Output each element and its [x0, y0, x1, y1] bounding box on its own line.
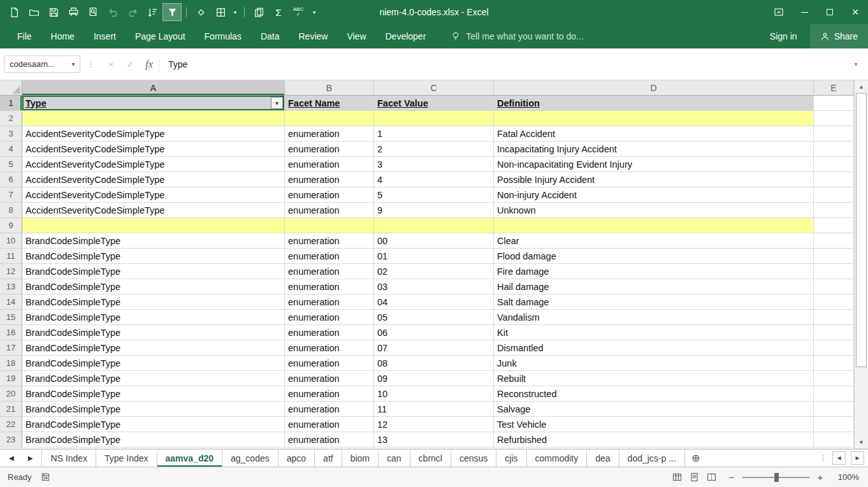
cell-C18[interactable]: 08	[374, 356, 494, 371]
cell-B15[interactable]: enumeration	[285, 310, 374, 325]
cell-B20[interactable]: enumeration	[285, 386, 374, 402]
enter-icon[interactable]: ✓	[120, 55, 140, 73]
cell-D6[interactable]: Possible Injury Accident	[494, 172, 814, 187]
cell-B14[interactable]: enumeration	[285, 294, 374, 310]
column-header-E[interactable]: E	[814, 80, 854, 95]
cell-D7[interactable]: Non-injury Accident	[494, 187, 814, 203]
save-icon[interactable]	[45, 4, 62, 20]
cell-B21[interactable]: enumeration	[285, 402, 374, 417]
cell-D13[interactable]: Hail damage	[494, 279, 814, 294]
row-header-15[interactable]: 15	[0, 310, 22, 325]
customize-qat-icon[interactable]: ▾	[309, 4, 319, 20]
cell-D16[interactable]: Kit	[494, 325, 814, 340]
row-header-9[interactable]: 9	[0, 218, 22, 233]
open-file-icon[interactable]	[25, 4, 43, 20]
cell-E23[interactable]	[814, 432, 854, 447]
diamond-shape-icon[interactable]	[192, 4, 210, 20]
cell-E6[interactable]	[814, 172, 854, 187]
cell-D12[interactable]: Fire damage	[494, 264, 814, 279]
sheet-tab-dod-jcs-p-[interactable]: dod_jcs-p ...	[619, 449, 685, 467]
row-header-18[interactable]: 18	[0, 356, 22, 371]
zoom-in-button[interactable]: +	[816, 472, 825, 483]
cell-B22[interactable]: enumeration	[285, 417, 374, 432]
row-header-2[interactable]: 2	[0, 111, 22, 126]
cell-C23[interactable]: 13	[374, 432, 494, 447]
ribbon-tab-view[interactable]: View	[337, 24, 375, 48]
cell-E22[interactable]	[814, 417, 854, 432]
cancel-icon[interactable]: ×	[101, 55, 120, 73]
ribbon-tab-review[interactable]: Review	[289, 24, 338, 48]
cell-A20[interactable]: BrandCodeSimpleType	[22, 386, 285, 402]
cell-A1[interactable]: Type▾	[22, 96, 285, 111]
cell-A17[interactable]: BrandCodeSimpleType	[22, 340, 285, 356]
pages-icon[interactable]	[250, 4, 268, 20]
quick-print-icon[interactable]	[64, 4, 82, 20]
vertical-scroll-track[interactable]	[855, 93, 868, 436]
cell-A4[interactable]: AccidentSeverityCodeSimpleType	[22, 142, 285, 157]
cell-D1[interactable]: Definition	[494, 96, 814, 111]
ribbon-tab-formulas[interactable]: Formulas	[195, 24, 251, 48]
cell-A11[interactable]: BrandCodeSimpleType	[22, 249, 285, 264]
cell-A22[interactable]: BrandCodeSimpleType	[22, 417, 285, 432]
sheet-tab-cbrncl[interactable]: cbrncl	[410, 449, 451, 467]
column-header-D[interactable]: D	[494, 80, 814, 95]
hscroll-right-button[interactable]: ▶	[851, 451, 864, 465]
cell-B8[interactable]: enumeration	[285, 203, 374, 218]
cell-A5[interactable]: AccidentSeverityCodeSimpleType	[22, 157, 285, 172]
cell-A16[interactable]: BrandCodeSimpleType	[22, 325, 285, 340]
column-header-A[interactable]: A	[22, 80, 285, 95]
expand-formula-bar-icon[interactable]: ▾	[848, 61, 864, 68]
ribbon-tab-home[interactable]: Home	[41, 24, 84, 48]
cell-C6[interactable]: 4	[374, 172, 494, 187]
close-button[interactable]: ×	[843, 0, 868, 24]
cell-C10[interactable]: 00	[374, 233, 494, 249]
cell-C21[interactable]: 11	[374, 402, 494, 417]
borders-icon[interactable]	[212, 4, 229, 20]
cell-E19[interactable]	[814, 371, 854, 386]
zoom-slider-thumb[interactable]	[774, 473, 779, 482]
cell-A9[interactable]	[22, 218, 285, 233]
sheet-nav-right-icon[interactable]: ▶	[28, 454, 33, 462]
ribbon-tab-data[interactable]: Data	[251, 24, 289, 48]
cell-D2[interactable]	[494, 111, 814, 126]
cell-B18[interactable]: enumeration	[285, 356, 374, 371]
cell-C1[interactable]: Facet Value	[374, 96, 494, 111]
autosum-icon[interactable]: Σ	[270, 4, 287, 20]
row-header-22[interactable]: 22	[0, 417, 22, 432]
select-all-corner[interactable]	[0, 80, 22, 95]
cell-D8[interactable]: Unknown	[494, 203, 814, 218]
cell-E11[interactable]	[814, 249, 854, 264]
cell-C14[interactable]: 04	[374, 294, 494, 310]
sheet-nav-left-icon[interactable]: ◀	[9, 454, 14, 462]
sign-in-button[interactable]: Sign in	[757, 24, 810, 48]
cell-C9[interactable]	[374, 218, 494, 233]
zoom-slider[interactable]	[742, 477, 809, 478]
cell-E2[interactable]	[814, 111, 854, 126]
cell-C17[interactable]: 07	[374, 340, 494, 356]
sheet-tab-type-index[interactable]: Type Index	[96, 449, 157, 467]
minimize-button[interactable]	[792, 0, 817, 24]
cell-A6[interactable]: AccidentSeverityCodeSimpleType	[22, 172, 285, 187]
sheet-tab-can[interactable]: can	[379, 449, 410, 467]
borders-dropdown-icon[interactable]: ▾	[231, 4, 239, 20]
cell-C20[interactable]: 10	[374, 386, 494, 402]
autofilter-dropdown-icon[interactable]: ▾	[271, 97, 283, 109]
row-header-3[interactable]: 3	[0, 126, 22, 142]
share-button[interactable]: Share	[810, 24, 868, 48]
row-header-23[interactable]: 23	[0, 432, 22, 447]
row-header-16[interactable]: 16	[0, 325, 22, 340]
name-box-dropdown-icon[interactable]: ▾	[67, 61, 80, 68]
cell-C16[interactable]: 06	[374, 325, 494, 340]
row-header-10[interactable]: 10	[0, 233, 22, 249]
cell-A19[interactable]: BrandCodeSimpleType	[22, 371, 285, 386]
cell-B6[interactable]: enumeration	[285, 172, 374, 187]
cell-E7[interactable]	[814, 187, 854, 203]
cell-C19[interactable]: 09	[374, 371, 494, 386]
formula-bar-resize-handle[interactable]: ⋮	[80, 59, 101, 69]
cell-B5[interactable]: enumeration	[285, 157, 374, 172]
cell-C12[interactable]: 02	[374, 264, 494, 279]
cell-D3[interactable]: Fatal Accident	[494, 126, 814, 142]
cell-D23[interactable]: Refurbished	[494, 432, 814, 447]
insert-function-icon[interactable]: fx	[140, 55, 159, 73]
sheet-tab-aamva-d20[interactable]: aamva_d20	[157, 449, 223, 467]
